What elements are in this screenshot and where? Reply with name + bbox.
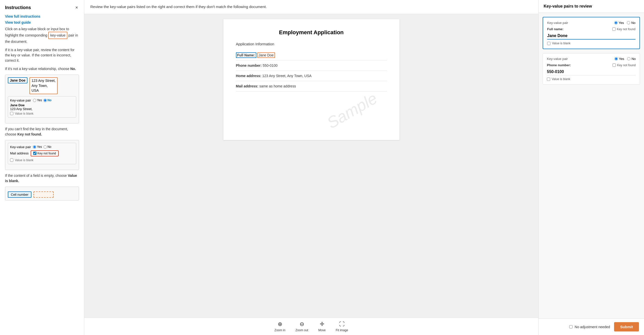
- fit-image-icon: ⛶: [339, 321, 345, 327]
- kvp-key-not-found-checkbox-1[interactable]: [612, 27, 616, 31]
- kvp-card-label-1: Key-value pair: [547, 21, 568, 25]
- no-adjustment-checkbox[interactable]: [569, 325, 573, 328]
- move-icon: ✛: [320, 321, 324, 327]
- phone-value: 550-0100: [263, 63, 277, 68]
- document-header: Review the key-value pairs listed on the…: [84, 0, 538, 14]
- kvp-key-not-found-checkbox-2[interactable]: [613, 63, 616, 67]
- demo-mail-label: Mail address: [10, 151, 29, 155]
- homeaddress-value: 123 Any Street, Any Town, USA: [262, 74, 312, 78]
- kvp-key-2: Phone number:: [547, 63, 571, 67]
- kvp-card-label-2: Key-value pair: [547, 57, 568, 61]
- kvp-value-input-1[interactable]: [547, 32, 635, 40]
- document-panel: Review the key-value pairs listed on the…: [84, 0, 538, 335]
- doc-field-mailaddress: Mail address: same as home address: [236, 81, 387, 91]
- demo-kv-label-2: Key-value pair: [10, 145, 31, 149]
- kvp-blank-checkbox-2[interactable]: [547, 78, 550, 81]
- kvp-key-not-found-label-1: Key not found: [617, 27, 635, 31]
- kvp-key-not-found-2: Key not found: [613, 63, 636, 67]
- doc-section-title: Application Information: [236, 42, 387, 46]
- kvp-radio-group-1: Yes No: [614, 21, 635, 25]
- kvp-panel: Key-value pairs to review Key-value pair…: [538, 0, 644, 335]
- document-body: Employment Application Application Infor…: [84, 14, 538, 318]
- kvp-radio-no-2-label: No: [627, 57, 636, 61]
- cell-number-highlight: Cell number: [8, 191, 31, 198]
- kvp-card-phone[interactable]: Key-value pair Yes No Phone number:: [543, 53, 640, 85]
- kvp-radio-yes-2[interactable]: [615, 57, 618, 60]
- kvp-key-not-found-1: Key not found: [612, 27, 635, 31]
- demo-value-1: 123 Any Street,: [10, 107, 74, 111]
- kvp-radio-yes-1[interactable]: [614, 21, 618, 24]
- zoom-out-icon: ⊖: [300, 321, 304, 327]
- kvp-yes-2-text: Yes: [619, 57, 624, 61]
- view-full-instructions-link[interactable]: View full instructions: [5, 14, 79, 18]
- kvp-key-1: Full name:: [547, 27, 564, 31]
- doc-field-homeaddress: Home address: 123 Any Street, Any Town, …: [236, 71, 387, 81]
- fullname-label-highlight: Full Name:: [236, 52, 257, 58]
- instructions-para4: If you can't find the key in the documen…: [5, 126, 79, 137]
- zoom-in-button[interactable]: ⊕ Zoom in: [274, 321, 285, 332]
- demo-box-3: Cell number: [5, 187, 79, 200]
- document-header-text: Review the key-value pairs listed on the…: [90, 5, 267, 9]
- view-tool-guide-link[interactable]: View tool guide: [5, 20, 79, 24]
- fit-image-button[interactable]: ⛶ Fit image: [336, 321, 348, 332]
- demo-radio-group-1: Yes No: [33, 98, 52, 102]
- submit-button[interactable]: Submit: [614, 322, 639, 331]
- close-button[interactable]: ×: [74, 5, 79, 10]
- demo-radio-yes-2: Yes: [33, 145, 42, 149]
- instructions-title: Instructions: [5, 5, 31, 10]
- no-adjustment-text: No adjustment needed: [575, 325, 610, 329]
- demo-radio-no-1: No: [44, 98, 52, 102]
- kvp-radio-no-1-label: No: [627, 21, 635, 25]
- demo-address-highlight: 123 Any Street,Any Town,USA: [29, 77, 58, 94]
- kvp-no-2-text: No: [631, 57, 636, 61]
- instructions-para2: If it is a key-value pair, review the co…: [5, 47, 79, 63]
- kvp-blank-label-1: Value is blank: [552, 42, 571, 45]
- kvp-header: Key-value pairs to review: [539, 0, 644, 13]
- demo-box-2: Key-value pair Yes No Mail address Key n…: [5, 140, 79, 170]
- instructions-panel: Instructions × View full instructions Vi…: [0, 0, 84, 335]
- key-not-found-checkbox[interactable]: [33, 152, 36, 155]
- kvp-radio-yes-1-label: Yes: [614, 21, 624, 25]
- kvp-blank-row-2: Value is blank: [547, 77, 636, 81]
- doc-toolbar: ⊕ Zoom in ⊖ Zoom out ✛ Move ⛶ Fit image: [84, 318, 538, 335]
- fit-image-label: Fit image: [336, 328, 348, 332]
- mailaddress-value: same as home address: [259, 84, 296, 88]
- kvp-blank-checkbox-1[interactable]: [547, 42, 550, 45]
- zoom-out-button[interactable]: ⊖ Zoom out: [295, 321, 308, 332]
- move-label: Move: [318, 328, 326, 332]
- doc-field-phone: Phone number: 550-0100: [236, 60, 387, 71]
- demo-kv-section-1: Key-value pair Yes No Jane Doe 123 Any S…: [8, 96, 76, 118]
- kvp-yes-1-text: Yes: [619, 21, 624, 25]
- watermark: Sample: [324, 89, 380, 132]
- homeaddress-label: Home address:: [236, 74, 261, 78]
- kvp-key-not-found-label-2: Key not found: [617, 63, 636, 67]
- kvp-radio-no-1[interactable]: [627, 21, 630, 24]
- doc-field-fullname: Full Name: Jane Doe: [236, 50, 387, 60]
- move-button[interactable]: ✛ Move: [318, 321, 326, 332]
- kvp-card-fullname[interactable]: Key-value pair Yes No Full name: Key: [543, 17, 640, 49]
- kvp-value-text-2: 550-0100: [547, 69, 636, 75]
- demo-box-1: Jane Doe 123 Any Street,Any Town,USA Key…: [5, 75, 79, 123]
- instructions-para5: If the content of a field is empty, choo…: [5, 173, 79, 184]
- doc-title: Employment Application: [236, 29, 387, 36]
- instructions-para3: If it's not a key-value relationship, ch…: [5, 66, 79, 72]
- kvp-key-row-2: Phone number: Key not found: [547, 63, 636, 67]
- demo-kv-section-2: Key-value pair Yes No Mail address Key n…: [8, 143, 76, 164]
- kvp-radio-no-2[interactable]: [627, 57, 630, 60]
- kvp-footer: No adjustment needed Submit: [539, 318, 644, 335]
- demo-radio-yes-1: Yes: [33, 98, 42, 102]
- kvp-no-1-text: No: [631, 21, 635, 25]
- kvp-radio-group-2: Yes No: [615, 57, 636, 61]
- zoom-out-label: Zoom out: [295, 328, 308, 332]
- demo-blank-2: Value is blank: [10, 158, 74, 162]
- key-value-highlight: key-value: [48, 32, 67, 39]
- demo-name-highlight: Jane Doe: [8, 77, 27, 83]
- kvp-body: Key-value pair Yes No Full name: Key: [539, 13, 644, 318]
- demo-kv-label-1: Key-value pair: [10, 98, 31, 102]
- kvp-blank-row-1: Value is blank: [547, 42, 635, 45]
- no-adjustment-label: No adjustment needed: [569, 325, 610, 329]
- mailaddress-label: Mail address:: [236, 84, 258, 88]
- kvp-blank-label-2: Value is blank: [552, 77, 570, 81]
- cell-value-highlight: [33, 191, 54, 198]
- kvp-card-top-2: Key-value pair Yes No: [547, 57, 636, 61]
